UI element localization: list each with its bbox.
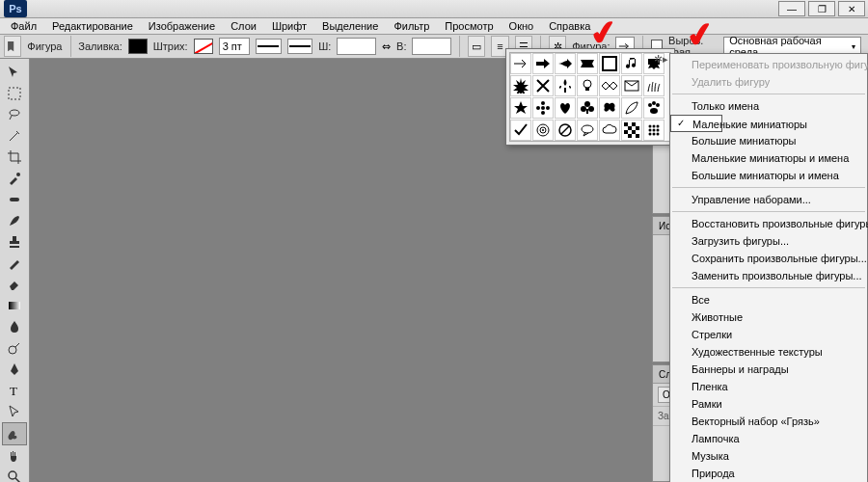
path-ops-icon[interactable]: ▭: [468, 36, 485, 57]
shape-paw[interactable]: [643, 97, 665, 119]
shape-diamond-grid[interactable]: [599, 75, 620, 96]
menu-shape-set[interactable]: Все: [670, 291, 867, 308]
tool-preset-icon[interactable]: [4, 36, 21, 57]
menu-image[interactable]: Изображение: [142, 18, 222, 34]
menu-help[interactable]: Справка: [542, 18, 597, 34]
shape-checker[interactable]: [621, 120, 642, 141]
svg-point-2: [16, 173, 20, 176]
menu-shape-set[interactable]: Животные: [670, 308, 867, 326]
menu-shape-set[interactable]: Рамки: [670, 395, 867, 413]
menu-edit[interactable]: Редактирование: [45, 18, 140, 34]
menu-filter[interactable]: Фильтр: [387, 18, 436, 34]
menu-large-list[interactable]: Большие миниатюры и имена: [670, 167, 867, 184]
svg-point-47: [657, 133, 660, 136]
shape-dots[interactable]: [643, 120, 665, 141]
shape-cloud[interactable]: [599, 120, 620, 141]
wand-tool[interactable]: [3, 125, 26, 147]
shape-no[interactable]: [555, 120, 576, 141]
shape-heart[interactable]: [555, 97, 576, 119]
height-field[interactable]: [412, 38, 451, 55]
shape-banner[interactable]: [577, 53, 598, 74]
fill-swatch[interactable]: [128, 39, 148, 54]
stamp-tool[interactable]: [3, 231, 26, 253]
marquee-tool[interactable]: [3, 83, 26, 104]
custom-shape-tool[interactable]: [2, 422, 27, 445]
brush-tool[interactable]: [3, 210, 26, 231]
move-tool[interactable]: [3, 62, 26, 83]
shape-flower[interactable]: [532, 97, 554, 119]
menu-shape-set[interactable]: Природа: [670, 465, 867, 482]
shape-bulb[interactable]: [577, 75, 598, 96]
menu-file[interactable]: Файл: [4, 18, 43, 34]
stroke-style-dd[interactable]: [256, 39, 282, 54]
shape-speech[interactable]: [577, 120, 598, 141]
menu-window[interactable]: Окно: [502, 18, 541, 34]
title-bar: Ps — ❐ ✕: [0, 0, 868, 18]
shape-arrow-thin[interactable]: [510, 53, 531, 74]
menu-load-shapes[interactable]: Загрузить фигуры...: [670, 232, 867, 250]
width-field[interactable]: [337, 38, 376, 55]
blur-tool[interactable]: [3, 316, 26, 337]
menu-layer[interactable]: Слои: [224, 18, 263, 34]
menu-preset-manager[interactable]: Управление наборами...: [670, 191, 867, 208]
link-wh-icon[interactable]: ⇔: [382, 40, 391, 53]
svg-rect-3: [10, 198, 19, 201]
svg-point-13: [541, 106, 545, 110]
shape-envelope[interactable]: [621, 75, 642, 96]
hand-tool[interactable]: [3, 445, 26, 467]
eyedropper-tool[interactable]: [3, 168, 26, 189]
menu-large-thumbnails[interactable]: Большие миниатюры: [670, 132, 867, 149]
shape-arrow-bold[interactable]: [532, 53, 554, 74]
stroke-options-dd[interactable]: [287, 39, 313, 54]
pen-tool[interactable]: [3, 359, 26, 380]
close-button[interactable]: ✕: [838, 1, 865, 16]
menu-select[interactable]: Выделение: [315, 18, 385, 34]
svg-point-44: [657, 129, 660, 132]
shape-leaf[interactable]: [621, 97, 642, 119]
gradient-tool[interactable]: [3, 295, 26, 316]
shape-mode-label[interactable]: Фигура: [27, 40, 62, 52]
dodge-tool[interactable]: [3, 337, 26, 359]
menu-shape-set[interactable]: Векторный набор «Грязь»: [670, 413, 867, 430]
menu-small-list[interactable]: Маленькие миниатюры и имена: [670, 149, 867, 167]
menu-shape-set[interactable]: Художественные текстуры: [670, 343, 867, 361]
minimize-button[interactable]: —: [778, 1, 805, 16]
maximize-button[interactable]: ❐: [808, 1, 835, 16]
menu-reset-shapes[interactable]: Восстановить произвольные фигуры...: [670, 215, 867, 232]
shape-fleur[interactable]: [555, 75, 576, 96]
shape-target[interactable]: [532, 120, 554, 141]
menu-shape-set[interactable]: Пленка: [670, 378, 867, 395]
svg-point-15: [541, 111, 545, 115]
menu-shape-set[interactable]: Музыка: [670, 447, 867, 465]
shape-club[interactable]: [577, 97, 598, 119]
shape-arrow-fancy[interactable]: [555, 53, 576, 74]
menu-shape-set[interactable]: Стрелки: [670, 326, 867, 343]
menu-names-only[interactable]: Только имена: [670, 97, 867, 115]
shape-burst[interactable]: [510, 75, 531, 96]
lasso-tool[interactable]: [3, 104, 26, 125]
shape-grass[interactable]: [643, 75, 665, 96]
healing-tool[interactable]: [3, 189, 26, 210]
shape-butterfly[interactable]: [599, 97, 620, 119]
shape-frame[interactable]: [599, 53, 620, 74]
stroke-swatch[interactable]: [194, 39, 213, 54]
menu-small-thumbnails[interactable]: Маленькие миниатюры: [670, 115, 722, 132]
shape-cross[interactable]: [532, 75, 554, 96]
menu-view[interactable]: Просмотр: [438, 18, 500, 34]
shape-star[interactable]: [510, 97, 531, 119]
stroke-width-field[interactable]: 3 пт: [219, 38, 251, 55]
path-select-tool[interactable]: [3, 401, 26, 422]
shape-music-note[interactable]: [621, 53, 642, 74]
crop-tool[interactable]: [3, 147, 26, 168]
menu-type[interactable]: Шрифт: [265, 18, 313, 34]
shape-check[interactable]: [510, 120, 531, 141]
menu-shape-set[interactable]: Баннеры и награды: [670, 361, 867, 378]
menu-replace-shapes[interactable]: Заменить произвольные фигуры...: [670, 267, 867, 284]
eraser-tool[interactable]: [3, 274, 26, 295]
type-tool[interactable]: T: [3, 380, 26, 401]
menu-save-shapes[interactable]: Сохранить произвольные фигуры...: [670, 250, 867, 267]
zoom-tool[interactable]: [3, 467, 26, 482]
history-brush-tool[interactable]: [3, 253, 26, 274]
menu-shape-set[interactable]: Лампочка: [670, 430, 867, 447]
shape-picker-menu-icon[interactable]: ✲▸: [652, 50, 669, 67]
